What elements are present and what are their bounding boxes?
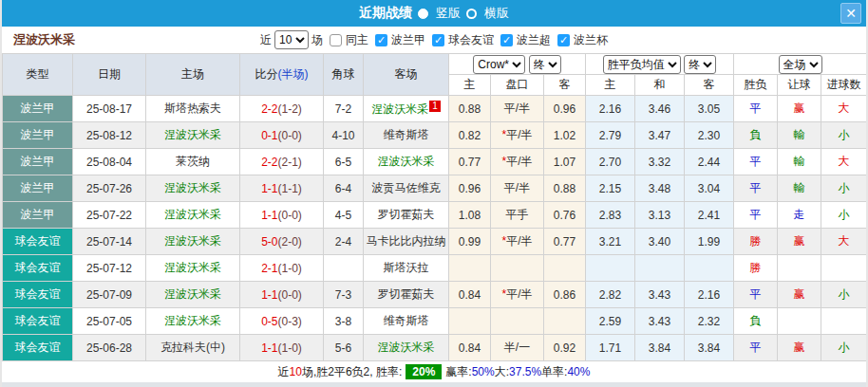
horizontal-layout-radio[interactable] bbox=[466, 9, 477, 19]
table-row: 波兰甲 25-08-17 斯塔热索夫 2-2(1-2) 7-2 涅波沃米采1 0… bbox=[3, 96, 867, 122]
vertical-layout-label[interactable]: 竖版 bbox=[436, 5, 461, 22]
cell-corners: 5-6 bbox=[324, 335, 364, 361]
league1-checkbox[interactable]: ✓ bbox=[375, 34, 387, 46]
horizontal-layout-label[interactable]: 横版 bbox=[484, 5, 509, 22]
league4-label[interactable]: 波兰杯 bbox=[574, 32, 608, 48]
results-tbody: 波兰甲 25-08-17 斯塔热索夫 2-2(1-2) 7-2 涅波沃米采1 0… bbox=[3, 96, 867, 361]
cell-away-team: 马卡比比内拉纳 bbox=[364, 229, 449, 255]
cell-mean-home: 2.15 bbox=[586, 175, 635, 202]
col-odds-handicap: 盘口 bbox=[491, 75, 544, 96]
cell-corners: 6-4 bbox=[324, 175, 364, 202]
table-row: 波兰甲 25-07-22 涅波沃米采 1-1(0-0) 4-5 罗切霍茹夫 1.… bbox=[3, 202, 867, 229]
near-label: 近 bbox=[260, 32, 272, 48]
cell-mean-away: 2.41 bbox=[685, 202, 734, 229]
cell-mean-draw bbox=[635, 255, 685, 282]
league2-checkbox[interactable]: ✓ bbox=[432, 34, 444, 46]
cell-away-team: 维奇斯塔 bbox=[364, 122, 449, 149]
close-icon[interactable]: ✕ bbox=[840, 3, 861, 24]
table-row: 球会友谊 25-07-05 涅波沃米采 0-5(0-3) 3-8 维奇斯塔 2.… bbox=[3, 308, 867, 335]
col-corner: 角球 bbox=[324, 54, 364, 96]
cell-goals-result: 小 bbox=[821, 335, 867, 361]
summary-part: 近 bbox=[278, 364, 290, 380]
league1-label[interactable]: 波兰甲 bbox=[391, 32, 425, 48]
vertical-layout-radio[interactable] bbox=[418, 9, 428, 19]
cell-date: 25-07-22 bbox=[73, 202, 146, 229]
cell-mean-home: 2.59 bbox=[586, 308, 635, 335]
cell-odds-away: 0.88 bbox=[544, 175, 586, 202]
cell-score: 1-1(0-0) bbox=[240, 202, 324, 229]
cell-home-team: 克拉科夫(中) bbox=[146, 335, 240, 361]
cell-match-type: 波兰甲 bbox=[3, 175, 73, 202]
league2-label[interactable]: 球会友谊 bbox=[448, 32, 494, 48]
col-score: 比分(半场) bbox=[240, 54, 324, 96]
cell-mean-away: 2.30 bbox=[685, 122, 734, 149]
cell-date: 25-07-05 bbox=[73, 308, 146, 335]
cell-match-type: 波兰甲 bbox=[3, 96, 73, 122]
cell-home-team: 涅波沃米采 bbox=[146, 255, 240, 282]
summary-part: 单率: bbox=[541, 364, 567, 380]
cell-date: 25-06-28 bbox=[73, 335, 146, 361]
cell-mean-away: 3.84 bbox=[685, 335, 734, 361]
cell-home-team: 涅波沃米采 bbox=[146, 202, 240, 229]
cell-wdl-result: 平 bbox=[734, 175, 778, 202]
table-row: 球会友谊 25-06-28 克拉科夫(中) 1-1(1-0) 5-6 涅波沃米采… bbox=[3, 335, 867, 361]
cell-score: 5-0(2-0) bbox=[240, 229, 324, 255]
cell-odds-home: 0.99 bbox=[449, 229, 491, 255]
cell-odds-handicap: 平手 bbox=[491, 202, 544, 229]
summary-line: 近10场,胜2平6负2, 胜率: 20% 赢率:50% 大:37.5% 单率:4… bbox=[2, 361, 866, 382]
cell-date: 25-07-09 bbox=[73, 282, 146, 308]
col-mean-home: 主 bbox=[586, 75, 635, 96]
cell-score: 1-1(0-0) bbox=[240, 282, 324, 308]
same-home-checkbox[interactable] bbox=[330, 34, 342, 46]
cell-mean-draw: 3.84 bbox=[635, 335, 685, 361]
cell-handicap-result: 走 bbox=[778, 202, 821, 229]
league4-checkbox[interactable]: ✓ bbox=[557, 34, 570, 46]
scope-select[interactable]: 全场 bbox=[779, 55, 822, 74]
match-count-select[interactable]: 10 bbox=[274, 30, 309, 49]
cell-match-type: 波兰甲 bbox=[3, 122, 73, 149]
cell-corners: 3-8 bbox=[324, 308, 364, 335]
cell-mean-draw: 3.48 bbox=[635, 175, 685, 202]
odds-company-select[interactable]: Crow* bbox=[473, 55, 525, 74]
cell-odds-home: 0.84 bbox=[449, 282, 491, 308]
cell-handicap-result: 赢 bbox=[778, 335, 821, 361]
cell-odds-away: 1.07 bbox=[544, 149, 586, 175]
cell-wdl-result: 負 bbox=[734, 122, 778, 149]
cell-match-type: 球会友谊 bbox=[3, 282, 73, 308]
cell-odds-home bbox=[449, 308, 491, 335]
league3-checkbox[interactable]: ✓ bbox=[500, 34, 513, 46]
cell-date: 25-08-12 bbox=[73, 122, 146, 149]
cell-wdl-result: 平 bbox=[734, 335, 778, 361]
same-home-label[interactable]: 同主 bbox=[346, 32, 368, 48]
cell-mean-home: 2.83 bbox=[586, 202, 635, 229]
summary-part: 大: bbox=[495, 364, 509, 380]
cell-mean-home: 2.16 bbox=[586, 96, 635, 122]
cell-away-team: 维奇斯塔 bbox=[364, 308, 449, 335]
cell-match-type: 波兰甲 bbox=[3, 202, 73, 229]
cell-goals-result: 小 bbox=[821, 282, 867, 308]
titlebar: 近期战绩 竖版 横版 ✕ bbox=[2, 0, 866, 27]
col-odds-away: 客 bbox=[544, 75, 586, 96]
cell-away-team: 罗切霍茹夫 bbox=[364, 282, 449, 308]
league3-label[interactable]: 波兰超 bbox=[517, 32, 551, 48]
results-table: 类型 日期 主场 比分(半场) 角球 客场 Crow* 终 胜平负均值 终 全场 bbox=[2, 53, 867, 361]
cell-odds-handicap: *平/半 bbox=[491, 229, 544, 255]
col-odds-home: 主 bbox=[449, 75, 491, 96]
cell-mean-home bbox=[586, 255, 635, 282]
cell-odds-home: 0.84 bbox=[449, 335, 491, 361]
cell-mean-draw: 3.32 bbox=[635, 149, 685, 175]
odds-final-select[interactable]: 终 bbox=[529, 55, 561, 74]
cell-odds-away bbox=[544, 255, 586, 282]
summary-part: 10 bbox=[290, 365, 302, 378]
table-row: 波兰甲 25-07-26 涅波沃米采 1-1(1-1) 6-4 波贡马佐维克 0… bbox=[3, 175, 867, 202]
scope-group-header: 全场 bbox=[734, 54, 867, 75]
col-date: 日期 bbox=[73, 54, 146, 96]
cell-odds-away: 0.76 bbox=[544, 202, 586, 229]
cell-wdl-result: 勝 bbox=[734, 255, 778, 282]
cell-handicap-result: 輸 bbox=[778, 122, 821, 149]
col-mean-away: 客 bbox=[685, 75, 734, 96]
mean-final-select[interactable]: 终 bbox=[684, 55, 716, 74]
cell-handicap-result: 赢 bbox=[778, 229, 821, 255]
cell-mean-draw: 3.47 bbox=[635, 122, 685, 149]
mean-type-select[interactable]: 胜平负均值 bbox=[603, 55, 681, 74]
